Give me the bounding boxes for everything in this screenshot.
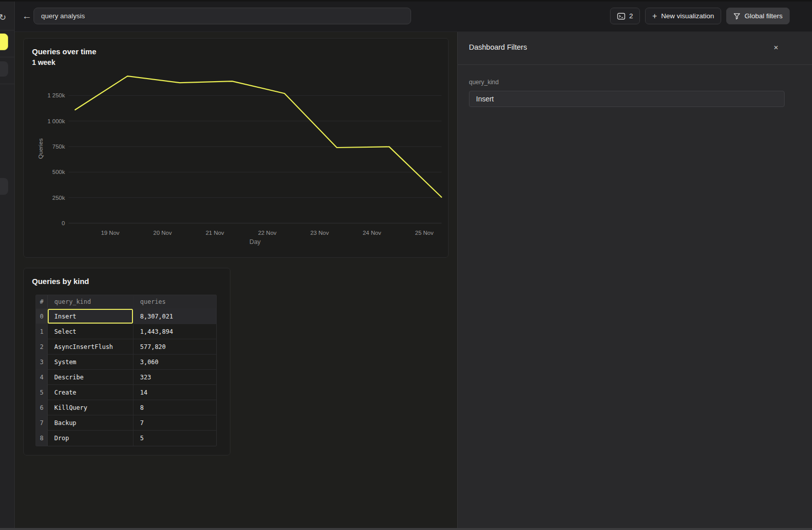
line-chart: 0250k500k750k1 000k1 250k19 Nov20 Nov21 …: [24, 70, 449, 248]
x-tick-label: 24 Nov: [363, 230, 382, 236]
x-tick-label: 25 Nov: [415, 230, 434, 236]
row-index-cell: 6: [36, 400, 48, 415]
table-row: 0Insert8,307,021: [36, 309, 216, 324]
chart-subtitle: 1 week: [32, 58, 448, 66]
back-arrow-icon: ←: [22, 11, 32, 22]
main-content: Queries over time 1 week 0250k500k750k1 …: [15, 32, 457, 530]
series-line: [75, 76, 442, 197]
back-button[interactable]: ←: [19, 8, 35, 24]
column-header-queries: queries: [133, 295, 216, 309]
top-bar: ← 2 + New visualization Global fil: [15, 2, 812, 32]
queries-by-kind-table: #query_kindqueries0Insert8,307,0211Selec…: [36, 295, 217, 446]
queries-count-cell[interactable]: 14: [133, 385, 216, 400]
chart-title: Queries over time: [32, 47, 448, 56]
query-tabs-button[interactable]: 2: [610, 8, 640, 24]
x-tick-label: 21 Nov: [206, 230, 224, 236]
dashboard-filters-panel: Dashboard Filters ✕ query_kind: [457, 32, 812, 530]
window-top-edge: [0, 0, 812, 2]
x-tick-label: 20 Nov: [153, 230, 172, 236]
chart-card: Queries over time 1 week 0250k500k750k1 …: [23, 38, 449, 258]
query-kind-cell[interactable]: KillQuery: [48, 400, 133, 415]
query-kind-cell[interactable]: Select: [48, 324, 133, 339]
table-row: 8Drop5: [36, 431, 216, 446]
column-header-query-kind: query_kind: [48, 295, 133, 309]
row-index-cell: 1: [36, 324, 48, 339]
row-index-cell: 8: [36, 431, 48, 446]
queries-count-cell[interactable]: 323: [133, 370, 216, 385]
dashboard-title-input[interactable]: [33, 8, 411, 24]
y-axis-title: Queries: [38, 138, 44, 159]
plus-icon: +: [652, 12, 657, 20]
query-tabs-count: 2: [629, 12, 633, 20]
table-row: 6KillQuery8: [36, 400, 216, 415]
query-kind-cell[interactable]: AsyncInsertFlush: [48, 339, 133, 355]
y-tick-label: 250k: [52, 195, 65, 201]
close-icon: ✕: [773, 44, 779, 51]
global-filters-button[interactable]: Global filters: [726, 8, 790, 24]
table-row: 7Backup7: [36, 415, 216, 431]
x-axis-title: Day: [249, 238, 261, 245]
table-row: 2AsyncInsertFlush577,820: [36, 339, 216, 355]
query-kind-cell[interactable]: Create: [48, 385, 133, 400]
row-index-cell: 2: [36, 339, 48, 355]
rail-divider: [0, 30, 15, 30]
x-tick-label: 19 Nov: [101, 230, 120, 236]
table-title: Queries by kind: [32, 277, 230, 286]
topbar-actions: 2 + New visualization Global filters: [610, 8, 790, 24]
query-kind-cell[interactable]: Insert: [48, 309, 133, 324]
table-row: 4Describe323: [36, 370, 216, 385]
rail-item-active[interactable]: [0, 33, 8, 50]
y-tick-label: 750k: [52, 144, 65, 150]
table-row: 3System3,060: [36, 355, 216, 370]
new-visualization-label: New visualization: [661, 12, 714, 20]
funnel-icon: [733, 13, 740, 20]
rail-item[interactable]: [0, 178, 8, 195]
close-panel-button[interactable]: ✕: [770, 42, 782, 53]
left-rail: ↻: [0, 2, 15, 530]
new-visualization-button[interactable]: + New visualization: [645, 8, 721, 24]
query-kind-cell[interactable]: Drop: [48, 431, 133, 446]
queries-count-cell[interactable]: 7: [133, 415, 216, 431]
rail-divider: [0, 57, 15, 57]
queries-count-cell[interactable]: 8: [133, 400, 216, 415]
row-index-cell: 4: [36, 370, 48, 385]
table-row: 1Select1,443,894: [36, 324, 216, 339]
y-tick-label: 0: [62, 220, 65, 226]
table-row: 5Create14: [36, 385, 216, 400]
table-card: Queries by kind #query_kindqueries0Inser…: [23, 268, 230, 455]
query-kind-filter-input[interactable]: [469, 91, 785, 107]
refresh-icon[interactable]: ↻: [0, 11, 9, 24]
row-index-cell: 7: [36, 415, 48, 431]
global-filters-label: Global filters: [745, 12, 783, 20]
filters-panel-title: Dashboard Filters: [469, 43, 527, 51]
terminal-icon: [617, 13, 625, 20]
panel-divider: [458, 64, 812, 65]
column-header-index: #: [36, 295, 48, 309]
row-index-cell: 3: [36, 355, 48, 370]
queries-count-cell[interactable]: 1,443,894: [133, 324, 216, 339]
bottom-scrollbar[interactable]: [0, 528, 812, 530]
queries-count-cell[interactable]: 3,060: [133, 355, 216, 370]
query-kind-cell[interactable]: System: [48, 355, 133, 370]
row-index-cell: 0: [36, 309, 48, 324]
y-tick-label: 500k: [52, 169, 65, 175]
queries-count-cell[interactable]: 577,820: [133, 339, 216, 355]
x-tick-label: 23 Nov: [310, 230, 329, 236]
query-kind-cell[interactable]: Describe: [48, 370, 133, 385]
row-index-cell: 5: [36, 385, 48, 400]
x-tick-label: 22 Nov: [258, 230, 277, 236]
query-kind-cell[interactable]: Backup: [48, 415, 133, 431]
rail-divider: [0, 84, 15, 84]
table-header-row: #query_kindqueries: [36, 295, 216, 309]
y-tick-label: 1 000k: [47, 118, 65, 124]
filter-field-label: query_kind: [469, 79, 499, 86]
y-tick-label: 1 250k: [47, 92, 65, 98]
rail-item[interactable]: [0, 61, 8, 77]
queries-count-cell[interactable]: 5: [133, 431, 216, 446]
queries-count-cell[interactable]: 8,307,021: [133, 309, 216, 324]
